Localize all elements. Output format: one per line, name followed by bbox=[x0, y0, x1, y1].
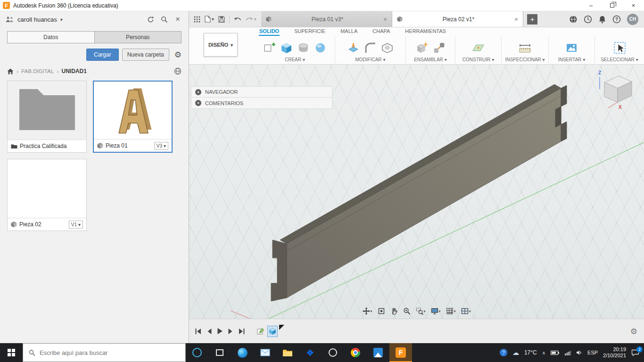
sphere-primitive-icon[interactable] bbox=[314, 41, 327, 54]
version-badge[interactable]: V1 ▾ bbox=[69, 221, 83, 229]
new-component-icon[interactable] bbox=[416, 41, 429, 54]
new-tab-button[interactable]: + bbox=[527, 14, 537, 25]
start-button[interactable] bbox=[0, 343, 23, 362]
ribbon-tab-chapa[interactable]: CHAPA bbox=[372, 27, 390, 36]
ribbon-tab-herramientas[interactable]: HERRAMIENTAS bbox=[405, 27, 446, 36]
taskbar-app-task-view[interactable] bbox=[208, 343, 231, 362]
viewport-canvas[interactable]: + NAVEGADOR + COMENTARIOS Z X bbox=[189, 65, 644, 319]
taskbar-search[interactable] bbox=[23, 343, 186, 362]
create-sketch-icon[interactable] bbox=[263, 41, 276, 54]
ribbon-tab-solido[interactable]: SOLIDO bbox=[259, 27, 280, 36]
box-primitive-icon[interactable] bbox=[280, 41, 293, 54]
group-insertar-dropdown[interactable]: INSERTAR ▾ bbox=[558, 57, 586, 62]
undo-button[interactable] bbox=[234, 16, 241, 22]
document-tab-pieza-02[interactable]: Pieza 02 v1* × bbox=[392, 11, 523, 27]
zoom-button[interactable] bbox=[402, 306, 411, 316]
shell-icon[interactable] bbox=[381, 41, 394, 54]
expand-plus-icon[interactable]: + bbox=[195, 100, 201, 106]
help-icon[interactable]: ? bbox=[612, 15, 621, 24]
play-button[interactable] bbox=[217, 328, 223, 335]
taskbar-clock[interactable]: 20:19 2/10/2021 bbox=[603, 346, 626, 359]
taskbar-app-fusion360[interactable]: F bbox=[389, 343, 412, 362]
tab-close-icon[interactable]: × bbox=[514, 16, 518, 23]
folder-card[interactable]: Practica Calificada bbox=[7, 81, 87, 153]
caret-down-icon[interactable]: ▾ bbox=[60, 17, 63, 22]
user-avatar[interactable]: CH bbox=[627, 14, 638, 25]
expand-plus-icon[interactable]: + bbox=[195, 89, 201, 95]
app-grid-icon[interactable] bbox=[194, 16, 200, 23]
timeline-feature-extrude[interactable] bbox=[267, 326, 278, 337]
document-tab-pieza-01[interactable]: Pieza 01 v3* × bbox=[261, 11, 392, 27]
orbit-button[interactable]: ▾ bbox=[361, 306, 373, 316]
network-icon[interactable] bbox=[564, 350, 571, 355]
taskbar-app-edge[interactable] bbox=[231, 343, 254, 362]
tab-close-icon[interactable]: × bbox=[383, 16, 387, 23]
comments-panel-header[interactable]: + COMENTARIOS bbox=[191, 98, 332, 109]
group-seleccionar-dropdown[interactable]: SELECCIONAR ▾ bbox=[601, 57, 638, 62]
taskbar-app-circle[interactable] bbox=[322, 343, 344, 362]
battery-icon[interactable] bbox=[551, 350, 559, 355]
globe-icon[interactable] bbox=[174, 67, 182, 75]
tab-datos[interactable]: Datos bbox=[8, 32, 95, 43]
viewports-button[interactable]: ▾ bbox=[460, 306, 472, 316]
ribbon-tab-malla[interactable]: MALLA bbox=[340, 27, 358, 36]
skip-to-start-button[interactable] bbox=[195, 328, 202, 335]
select-icon[interactable] bbox=[613, 41, 626, 54]
breadcrumb-folder[interactable]: UNIDAD1 bbox=[62, 68, 87, 74]
step-back-button[interactable] bbox=[206, 328, 212, 335]
press-pull-icon[interactable] bbox=[347, 41, 360, 54]
group-construir-dropdown[interactable]: CONSTRUIR ▾ bbox=[462, 57, 494, 62]
save-button[interactable] bbox=[218, 16, 225, 23]
cylinder-primitive-icon[interactable] bbox=[297, 41, 310, 54]
tray-help-icon[interactable]: ? bbox=[500, 349, 507, 356]
group-modificar-dropdown[interactable]: MODIFICAR ▾ bbox=[355, 57, 385, 62]
upload-button[interactable]: Cargar bbox=[86, 49, 119, 61]
job-status-clock-icon[interactable] bbox=[584, 15, 592, 24]
gear-icon[interactable]: ⚙ bbox=[174, 50, 182, 60]
construction-plane-icon[interactable] bbox=[472, 41, 485, 54]
browser-panel-header[interactable]: + NAVEGADOR bbox=[191, 86, 332, 98]
breadcrumb-project[interactable]: FAB.DIGITAL bbox=[21, 68, 54, 74]
timeline-settings-gear-icon[interactable]: ⚙ bbox=[630, 326, 637, 336]
timeline-position-marker[interactable] bbox=[279, 325, 284, 330]
language-indicator[interactable]: ESP bbox=[587, 350, 598, 355]
notifications-bell-icon[interactable] bbox=[598, 15, 606, 24]
skip-to-end-button[interactable] bbox=[238, 328, 245, 335]
workspace-selector[interactable]: DISEÑO ▾ bbox=[204, 33, 238, 57]
refresh-button[interactable] bbox=[145, 14, 156, 25]
3d-model-beam[interactable] bbox=[271, 84, 567, 301]
measure-icon[interactable] bbox=[519, 41, 531, 54]
restore-button[interactable] bbox=[602, 0, 623, 11]
minimize-button[interactable]: – bbox=[580, 0, 602, 11]
timeline-feature-sketch[interactable] bbox=[256, 326, 266, 337]
fillet-icon[interactable] bbox=[364, 41, 377, 54]
taskbar-app-photos[interactable] bbox=[367, 343, 389, 362]
home-icon[interactable] bbox=[7, 68, 14, 74]
redo-button[interactable]: ▾ bbox=[246, 16, 256, 22]
volume-icon[interactable] bbox=[576, 350, 582, 355]
design-card-pieza-02[interactable]: Pieza 02 V1 ▾ bbox=[7, 159, 87, 231]
group-crear-dropdown[interactable]: CREAR ▾ bbox=[285, 57, 305, 62]
zoom-window-button[interactable]: ▾ bbox=[414, 306, 426, 316]
group-inspeccionar-dropdown[interactable]: INSPECCIONAR ▾ bbox=[505, 57, 545, 62]
display-settings-button[interactable]: ▾ bbox=[429, 306, 441, 316]
step-forward-button[interactable] bbox=[228, 328, 233, 335]
taskbar-app-chrome[interactable] bbox=[344, 343, 367, 362]
taskbar-app-mail[interactable] bbox=[254, 343, 276, 362]
panel-close-button[interactable]: × bbox=[173, 14, 183, 25]
file-menu-button[interactable]: ▾ bbox=[205, 16, 214, 23]
weather-cloud-icon[interactable]: ☁ bbox=[512, 349, 519, 356]
hidden-icons-chevron[interactable]: ∧ bbox=[542, 350, 545, 355]
view-cube[interactable]: Z X bbox=[595, 68, 638, 112]
pan-hand-button[interactable] bbox=[389, 306, 398, 316]
search-icon[interactable] bbox=[159, 14, 169, 25]
insert-canvas-icon[interactable] bbox=[565, 41, 578, 54]
ribbon-tab-superficie[interactable]: SUPERFICIE bbox=[294, 27, 326, 36]
taskbar-app-dropbox[interactable]: ❖ bbox=[299, 343, 322, 362]
weather-temperature[interactable]: 17°C bbox=[524, 349, 537, 356]
search-input[interactable] bbox=[40, 349, 180, 356]
joint-icon[interactable] bbox=[433, 41, 446, 54]
taskbar-app-explorer[interactable] bbox=[276, 343, 299, 362]
close-button[interactable]: × bbox=[623, 0, 644, 11]
extensions-icon[interactable] bbox=[569, 15, 578, 24]
